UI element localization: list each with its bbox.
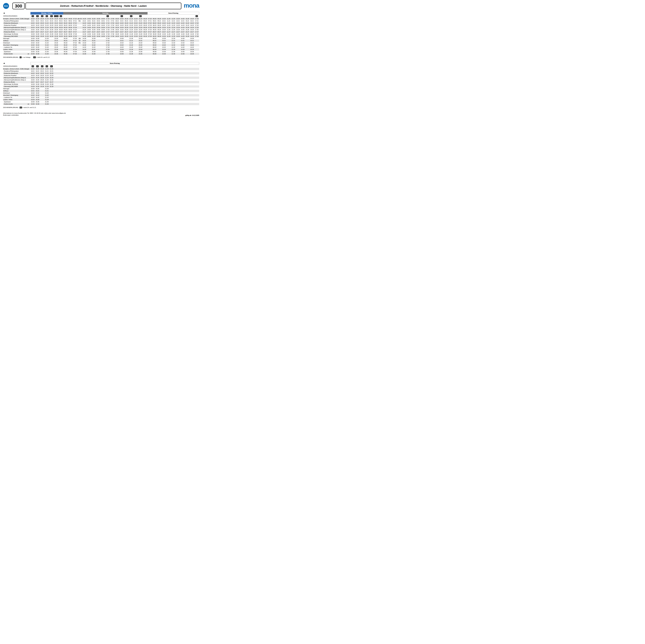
time-cell: 21.32 <box>129 42 134 44</box>
time-cell: 19.31 <box>35 40 40 42</box>
time-cell <box>157 50 162 53</box>
time-cell: 23.32 <box>138 42 143 44</box>
time-cell: 21.31 <box>44 40 49 42</box>
stop-row: - Stuibenstraßean18.3619.3621.3623.3606.… <box>3 53 199 55</box>
direction-arrow-icon: ➔ <box>3 12 5 14</box>
time-cell: 17.55 <box>110 29 115 31</box>
time-cell <box>105 96 110 98</box>
time-cell <box>190 79 194 81</box>
hinweis-cell <box>148 15 152 18</box>
time-cell: 21.36 <box>44 53 49 55</box>
time-cell <box>148 44 152 46</box>
time-cell <box>115 83 120 85</box>
time-cell: 19.28 <box>35 33 40 35</box>
time-cell: 18.30 <box>30 87 35 90</box>
time-cell: 21.27 <box>129 31 134 33</box>
time-cell <box>77 94 82 96</box>
time-cell <box>49 50 54 53</box>
time-cell <box>134 48 138 50</box>
time-cell <box>110 92 115 94</box>
time-cell <box>166 83 171 85</box>
time-cell <box>166 40 171 42</box>
time-cell: 15.51 <box>96 20 100 22</box>
hinweis-cell <box>101 65 105 68</box>
time-cell <box>124 68 129 70</box>
time-cell: 12.23 <box>171 24 176 26</box>
time-cell: 18.23 <box>115 24 120 26</box>
time-cell <box>120 101 124 103</box>
time-cell <box>134 72 138 74</box>
time-cell <box>166 48 171 50</box>
stop-row: Hinterbach18.3219.3221.32 <box>3 92 199 94</box>
time-cell <box>68 90 73 92</box>
time-cell <box>152 96 157 98</box>
time-cell: 16.58 <box>101 33 105 35</box>
time-cell <box>171 68 176 70</box>
timetable: ➔Montag - FreitagSamstagSonn-/FeiertagVE… <box>3 12 199 55</box>
time-cell: 10.34 <box>162 48 166 50</box>
time-cell <box>190 77 194 79</box>
time-cell: 16.34 <box>190 48 194 50</box>
time-cell <box>68 83 73 85</box>
time-cell: 15.53 <box>96 24 100 26</box>
time-cell: 21.32 <box>44 44 49 46</box>
time-cell <box>68 46 73 48</box>
time-cell: 19.34 <box>120 48 124 50</box>
time-cell: 21.29 <box>129 35 134 37</box>
time-cell <box>49 53 54 55</box>
time-cell: 13.20 <box>176 18 180 20</box>
hinweis-cell: HS <box>120 15 124 18</box>
time-cell: 18.29 <box>30 35 35 37</box>
time-cell <box>162 72 166 74</box>
time-cell: 19.23 <box>35 24 40 26</box>
time-cell <box>96 94 100 96</box>
time-cell <box>87 87 91 90</box>
time-cell: 00.21 <box>58 20 63 22</box>
time-cell: 00.25 <box>143 29 148 31</box>
time-cell: 23.24 <box>138 26 143 29</box>
time-cell <box>180 85 185 87</box>
time-cell <box>82 90 86 92</box>
time-cell <box>190 103 194 105</box>
time-cell: 21.20 <box>129 18 134 20</box>
stop-mark <box>28 81 30 83</box>
time-cell: 22.29 <box>49 35 54 37</box>
time-cell: 21.25 <box>129 29 134 31</box>
hinweis-cell <box>185 15 190 18</box>
hinweis-cell <box>96 65 100 68</box>
time-cell <box>148 72 152 74</box>
time-cell: 06.32 <box>63 46 68 48</box>
stop-mark <box>28 26 30 29</box>
time-cell: 15.24 <box>91 26 96 29</box>
time-cell <box>166 44 171 46</box>
time-cell: 06.24 <box>63 26 68 29</box>
time-cell <box>120 103 124 105</box>
time-cell: 22.29 <box>49 85 54 87</box>
stop-name: - Rottachstr./Arbeitsamt <box>3 72 28 74</box>
stop-mark <box>28 50 30 53</box>
time-cell <box>82 94 86 96</box>
time-cell <box>120 81 124 83</box>
time-cell <box>110 70 115 72</box>
time-cell: 00.28 <box>143 33 148 35</box>
time-cell: 21.23 <box>44 74 49 77</box>
time-cell <box>185 79 190 81</box>
time-cell <box>143 92 148 94</box>
time-cell <box>110 101 115 103</box>
time-cell <box>171 74 176 77</box>
time-cell: 17.29 <box>105 35 110 37</box>
time-cell <box>73 87 77 90</box>
time-cell <box>87 74 91 77</box>
hinweis-cell <box>63 15 68 18</box>
time-cell <box>101 92 105 94</box>
time-cell <box>40 48 44 50</box>
time-cell <box>49 98 54 101</box>
time-cell: 16.59 <box>101 35 105 37</box>
time-cell: 07.25 <box>73 29 77 31</box>
time-cell <box>115 90 120 92</box>
time-cell <box>40 37 44 40</box>
time-cell: 14.50 <box>87 18 91 20</box>
time-cell: 00.27 <box>58 31 63 33</box>
time-cell <box>143 77 148 79</box>
time-cell: 17.23 <box>105 24 110 26</box>
